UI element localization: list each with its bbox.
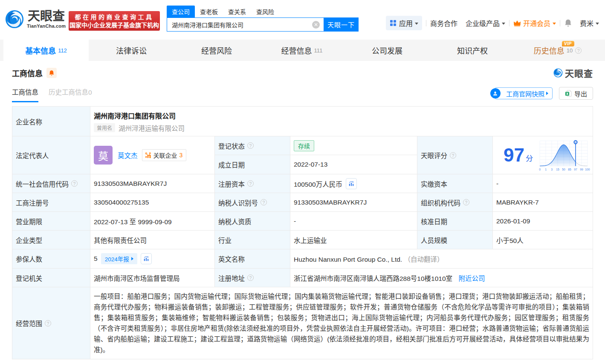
- tab-operating-risk[interactable]: 经营风险: [174, 40, 259, 61]
- org-code-cell: MABRAYKR-7: [493, 193, 593, 212]
- table-row: 工商注册号 330504000275135 纳税人识别号? 91330503MA…: [12, 193, 593, 212]
- related-companies-badge[interactable]: 企 关联企业 3: [142, 149, 187, 161]
- help-icon[interactable]: ?: [247, 180, 254, 187]
- former-name-badge: 曾用名: [94, 123, 115, 132]
- industry-cell: 水上运输业: [290, 231, 417, 249]
- company-name-cell: 湖州南浔港口集团有限公司 曾用名 湖州浔港运输有限公司: [90, 107, 593, 136]
- subtab-history-business-info[interactable]: 历史工商信息0: [49, 87, 92, 102]
- reg-status-cell: 存续: [290, 136, 417, 155]
- tab-intellectual-property[interactable]: 知识产权: [430, 40, 515, 61]
- enterprise-menu[interactable]: 企业级产品: [466, 18, 505, 28]
- tianyancha-logo[interactable]: 天眼查 TianYanCha.com: [5, 10, 66, 29]
- user-menu[interactable]: 费米: [580, 18, 599, 28]
- help-icon[interactable]: ?: [450, 152, 456, 159]
- search-box: 查公司 查老板 查关系 查风险 ✕ 天眼一下: [167, 6, 359, 32]
- status-badge: 存续: [294, 140, 314, 151]
- chevron-down-icon: [415, 23, 418, 25]
- crown-icon: [513, 20, 521, 26]
- business-scope-label: 经营范围?: [12, 287, 90, 359]
- cooperation-link[interactable]: 商务合作: [430, 18, 460, 28]
- company-type-label: 企业类型: [12, 231, 90, 249]
- tab-label: 经营风险: [201, 45, 232, 56]
- business-info-table: 企业名称 湖州南浔港口集团有限公司 曾用名 湖州浔港运输有限公司 法定代表人 莫…: [12, 106, 593, 359]
- table-row: 参保人数 52024年报 英文名称 Huzhou Nanxun Port Gro…: [12, 249, 593, 269]
- uscc-label: 统一社会信用代码?: [12, 174, 90, 193]
- clear-search-icon[interactable]: ✕: [312, 21, 320, 29]
- tab-label: 法律诉讼: [116, 45, 147, 56]
- tab-basic-info[interactable]: 基本信息 112: [3, 40, 89, 61]
- vip-menu[interactable]: 开通会员: [513, 18, 556, 28]
- svg-text:100: 100: [585, 168, 590, 171]
- tab-label: 历史信息: [534, 45, 564, 56]
- help-icon[interactable]: ?: [261, 199, 267, 205]
- help-icon[interactable]: ?: [71, 180, 78, 187]
- menu-divider: [560, 20, 560, 26]
- export-button[interactable]: 导出: [559, 87, 593, 100]
- tab-count: 112: [58, 47, 67, 54]
- reg-number-cell: 330504000275135: [90, 193, 215, 212]
- insured-count-cell: 52024年报: [90, 249, 215, 269]
- svg-text:15: 15: [556, 168, 559, 171]
- watermark-logo: 天眼查: [553, 66, 593, 79]
- search-tab-risk[interactable]: 查风险: [251, 6, 279, 17]
- score-cell[interactable]: 97分: [493, 136, 593, 174]
- excel-icon: [565, 90, 572, 97]
- search-button[interactable]: 天眼一下: [324, 17, 359, 32]
- address-cell: 浙江省湖州市南浔区南浔镇人瑞西路288号10楼1010室 附近公司: [290, 269, 593, 287]
- address-label: 注册地址?: [215, 269, 290, 287]
- subtab-business-info[interactable]: 工商信息: [12, 87, 38, 102]
- svg-text:3: 3: [551, 168, 553, 171]
- tianyancha-logo-icon: [5, 10, 24, 29]
- tab-label: 基本信息: [25, 45, 56, 56]
- svg-text:85: 85: [568, 168, 571, 171]
- auto-translate-note: （自动翻译）: [404, 256, 443, 263]
- notification-bell-icon[interactable]: [564, 19, 572, 27]
- search-input[interactable]: [167, 17, 324, 32]
- chevron-down-icon: [553, 23, 556, 25]
- nearby-companies-link[interactable]: 附近公司: [458, 275, 485, 282]
- main-content: 工商信息 天眼查 工商信息 历史工商信息0: [0, 66, 605, 359]
- capital-chart-icon[interactable]: [346, 178, 357, 189]
- english-name: Huzhou Nanxun Port Group Co., Ltd.: [294, 256, 402, 263]
- promo-line2: 国家中小企业发展子基金旗下机构: [69, 21, 160, 29]
- promo-banner: 都在用的商业查询工具 国家中小企业发展子基金旗下机构: [69, 11, 160, 31]
- help-icon[interactable]: ?: [575, 47, 582, 54]
- tab-company-development[interactable]: 公司发展: [344, 40, 430, 61]
- username: 费米: [580, 18, 593, 28]
- search-tab-relation[interactable]: 查关系: [223, 6, 251, 17]
- tab-business-info[interactable]: 经营信息 111: [259, 40, 344, 61]
- tab-legal-proceedings[interactable]: 法律诉讼: [89, 40, 174, 61]
- tab-history-info[interactable]: 历史信息 10 ? VIP: [515, 40, 600, 61]
- business-term-label: 营业期限: [12, 212, 90, 231]
- subscribe-bell-icon[interactable]: [46, 68, 57, 78]
- help-icon[interactable]: ?: [45, 320, 51, 326]
- english-name-label: 英文名称: [215, 249, 290, 269]
- network-icon: 企: [145, 152, 151, 159]
- search-tab-boss[interactable]: 查老板: [195, 6, 223, 17]
- paid-capital-label: 实缴资本: [417, 174, 493, 193]
- business-scope-text: 一般项目：船舶港口服务；国内货物运输代理；国际货物运输代理；国内集装箱货物运输代…: [94, 291, 589, 355]
- insured-chart-icon[interactable]: [141, 253, 152, 264]
- insured-count: 5: [94, 255, 98, 263]
- menu-divider: [509, 20, 509, 26]
- legal-rep-cell: 莫 莫文杰 企 关联企业 3: [90, 136, 215, 174]
- reg-status-label: 登记状态?: [215, 136, 290, 155]
- avatar[interactable]: 莫: [94, 146, 113, 165]
- annual-report-link[interactable]: 2024年报: [101, 253, 137, 264]
- taxpayer-id-label: 纳税人识别号?: [215, 193, 290, 212]
- apps-menu[interactable]: 应用: [386, 16, 422, 30]
- svg-text:97: 97: [574, 168, 577, 171]
- search-tab-company[interactable]: 查公司: [167, 6, 195, 17]
- help-icon[interactable]: ?: [463, 199, 469, 205]
- logo-text: 天眼查 TianYanCha.com: [27, 10, 66, 29]
- company-type-cell: 其他有限责任公司: [90, 231, 215, 249]
- watermark-text: 天眼查: [565, 66, 593, 79]
- help-icon[interactable]: ?: [247, 142, 254, 149]
- score-distribution-chart: 0 1 3 15 50 85 97 99 100: [538, 139, 589, 171]
- chevron-down-icon: [596, 23, 599, 25]
- help-icon[interactable]: ?: [247, 274, 254, 281]
- approval-date-cell: 2026-01-09: [493, 212, 593, 231]
- svg-text:1: 1: [545, 168, 547, 171]
- legal-rep-link[interactable]: 莫文杰: [118, 150, 138, 160]
- official-snapshot-button[interactable]: 工商官网快照: [495, 87, 553, 99]
